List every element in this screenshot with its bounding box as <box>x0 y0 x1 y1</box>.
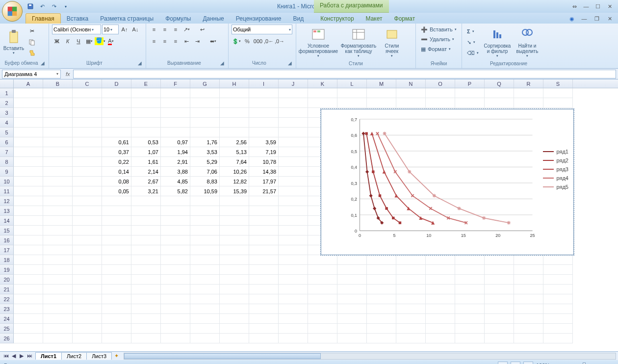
cell[interactable] <box>161 98 190 108</box>
cell[interactable] <box>485 88 514 98</box>
cell[interactable]: 2,14 <box>131 167 161 177</box>
cell[interactable] <box>396 304 426 314</box>
cell[interactable] <box>102 275 131 285</box>
cell[interactable] <box>43 294 73 304</box>
cell[interactable] <box>14 285 43 294</box>
align-top-icon[interactable]: ≡ <box>149 25 159 34</box>
cell[interactable] <box>220 275 249 285</box>
cell[interactable] <box>73 255 102 265</box>
cell[interactable] <box>220 255 249 265</box>
cell[interactable] <box>279 128 308 137</box>
cell[interactable] <box>337 324 367 334</box>
decrease-decimals-icon[interactable]: ,0→ <box>275 36 284 46</box>
cell[interactable] <box>14 334 43 343</box>
cell[interactable] <box>279 118 308 128</box>
grow-font-icon[interactable]: A↑ <box>120 25 129 34</box>
cell[interactable] <box>220 196 249 206</box>
tab-view[interactable]: Вид <box>287 14 309 24</box>
cell[interactable] <box>131 226 161 235</box>
cell[interactable] <box>161 206 190 216</box>
cell[interactable] <box>131 285 161 294</box>
cell[interactable] <box>43 285 73 294</box>
cell[interactable] <box>14 98 43 108</box>
cell[interactable] <box>514 294 543 304</box>
column-header[interactable]: A <box>14 79 43 88</box>
cell[interactable] <box>485 98 514 108</box>
row-header[interactable]: 14 <box>0 216 14 226</box>
sheet-nav-first-icon[interactable]: ⏮ <box>2 353 10 359</box>
cell[interactable] <box>249 285 279 294</box>
cell[interactable] <box>485 285 514 294</box>
cell[interactable] <box>426 88 455 98</box>
orientation-icon[interactable]: ↗▾ <box>181 25 191 34</box>
cell[interactable] <box>485 265 514 275</box>
cell[interactable] <box>426 314 455 324</box>
number-format-combo[interactable]: Общий▾ <box>232 25 292 34</box>
sort-filter-button[interactable]: Сортировка и фильтр▾ <box>483 26 512 58</box>
legend-item[interactable]: ряд3 <box>543 166 569 172</box>
cell[interactable]: 0,61 <box>102 137 131 147</box>
cell[interactable]: 15,39 <box>220 186 249 196</box>
cell[interactable] <box>396 265 426 275</box>
cell[interactable] <box>514 314 543 324</box>
cell[interactable] <box>14 226 43 235</box>
cell[interactable] <box>220 314 249 324</box>
cell[interactable] <box>249 118 279 128</box>
cell[interactable] <box>249 324 279 334</box>
column-header[interactable]: P <box>455 79 485 88</box>
cell[interactable] <box>190 245 220 255</box>
increase-decimals-icon[interactable]: ,0← <box>264 36 274 46</box>
cell[interactable] <box>220 128 249 137</box>
cell[interactable] <box>337 294 367 304</box>
cell[interactable]: 1,76 <box>190 137 220 147</box>
cell[interactable] <box>543 88 573 98</box>
sheet-tab-2[interactable]: Лист2 <box>61 352 87 360</box>
align-bottom-icon[interactable]: ≡ <box>171 25 180 34</box>
name-box[interactable]: Диаграмма 4▾ <box>2 70 61 78</box>
cell[interactable] <box>73 88 102 98</box>
legend-item[interactable]: ряд1 <box>543 149 569 155</box>
cell[interactable] <box>337 334 367 343</box>
wrap-text-button[interactable]: ↩ <box>192 25 212 34</box>
cell[interactable] <box>279 216 308 226</box>
cell[interactable] <box>279 186 308 196</box>
cell[interactable] <box>308 88 337 98</box>
cell[interactable]: 2,67 <box>131 177 161 186</box>
underline-button[interactable]: Ч <box>74 36 83 46</box>
cell[interactable] <box>73 157 102 167</box>
cell[interactable] <box>190 128 220 137</box>
spreadsheet-grid[interactable]: ABCDEFGHIJKLMNOPQRS 1234560,610,530,971,… <box>0 79 618 351</box>
cell[interactable]: 0,53 <box>131 137 161 147</box>
cell[interactable] <box>279 206 308 216</box>
formula-input[interactable] <box>73 70 616 78</box>
row-header[interactable]: 17 <box>0 245 14 255</box>
align-center-icon[interactable]: ≡ <box>160 36 170 46</box>
row-header[interactable]: 16 <box>0 235 14 245</box>
cell[interactable] <box>543 334 573 343</box>
column-header[interactable]: D <box>102 79 131 88</box>
cell[interactable] <box>308 304 337 314</box>
cell[interactable] <box>308 285 337 294</box>
legend-item[interactable]: ряд2 <box>543 157 569 163</box>
cell[interactable] <box>190 304 220 314</box>
cell[interactable] <box>485 314 514 324</box>
cell[interactable] <box>249 265 279 275</box>
cell[interactable]: 3,53 <box>190 147 220 157</box>
cell[interactable] <box>426 294 455 304</box>
increase-indent-icon[interactable]: ⇥ <box>192 36 202 46</box>
cell[interactable] <box>426 334 455 343</box>
cell[interactable] <box>131 88 161 98</box>
row-header[interactable]: 22 <box>0 294 14 304</box>
cell[interactable] <box>73 285 102 294</box>
cell[interactable] <box>14 108 43 118</box>
cell[interactable] <box>43 186 73 196</box>
cell[interactable] <box>73 137 102 147</box>
cell[interactable] <box>279 285 308 294</box>
cell[interactable]: 14,38 <box>249 167 279 177</box>
conditional-formatting-button[interactable]: Условное форматирование▾ <box>299 26 337 58</box>
cell[interactable] <box>73 226 102 235</box>
cell[interactable] <box>161 324 190 334</box>
font-name-combo[interactable]: Calibri (Основн▾ <box>52 25 101 34</box>
cell[interactable] <box>455 88 485 98</box>
cell[interactable]: 3,21 <box>131 186 161 196</box>
